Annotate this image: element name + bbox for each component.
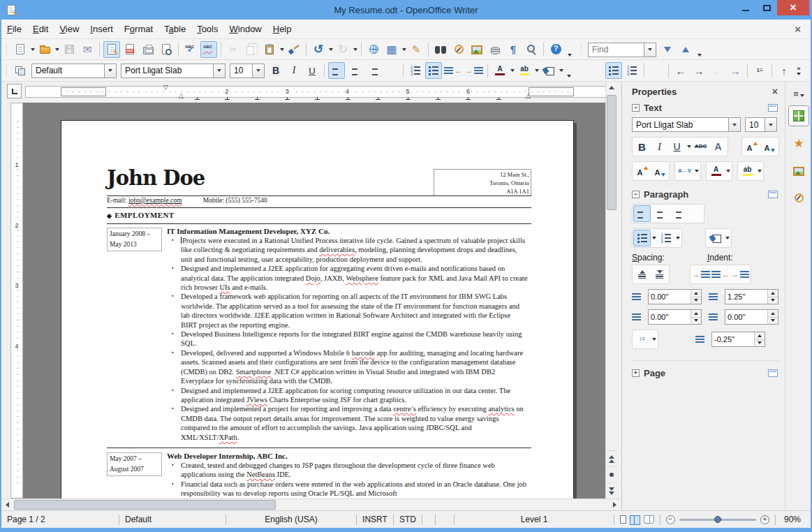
bullet-list-button[interactable] [425, 62, 442, 79]
toolbar-overflow-icon[interactable]: » [793, 66, 804, 75]
underline-dropdown-icon[interactable] [686, 138, 692, 155]
menu-format[interactable]: Format [119, 21, 158, 37]
paste-button[interactable] [261, 41, 278, 58]
numbered-list-button[interactable]: 123 [407, 62, 424, 79]
first-line-indent-field[interactable]: -0.25" [711, 332, 765, 347]
new-document-button[interactable] [12, 41, 29, 58]
print-file-button[interactable] [140, 41, 156, 58]
bullet-list-button[interactable] [605, 62, 622, 79]
align-left-button[interactable] [328, 62, 345, 79]
character-spacing-button[interactable]: A↔V [676, 163, 693, 179]
background-color-dropdown-icon[interactable] [558, 62, 564, 79]
new-document-dropdown-icon[interactable] [29, 41, 36, 58]
decrease-font-size-button[interactable]: A [760, 138, 778, 155]
zoom-out-icon[interactable]: − [666, 515, 675, 524]
highlighting-dropdown-icon[interactable] [756, 163, 762, 179]
multi-page-view-icon[interactable] [630, 515, 640, 524]
numbered-list-button[interactable]: 123 [623, 62, 640, 79]
styles-and-formatting-button[interactable] [12, 62, 29, 79]
bullet-list-button[interactable] [633, 230, 651, 246]
indent-marker[interactable]: △ [179, 93, 184, 99]
toolbar-grip[interactable] [580, 43, 583, 56]
highlighting-button[interactable]: ab [516, 62, 533, 79]
font-color-dropdown-icon[interactable] [725, 163, 731, 179]
demote-one-level-button[interactable]: → [691, 62, 707, 79]
menu-insert[interactable]: Insert [84, 21, 119, 37]
toolbar-overflow-icon[interactable] [695, 41, 704, 58]
maximize-button[interactable] [756, 0, 777, 15]
increase-font-size-button[interactable]: A [743, 138, 760, 155]
zoom-level[interactable]: 90% [776, 515, 806, 524]
numbered-list-dropdown-icon[interactable] [674, 230, 681, 246]
navigator-button[interactable] [450, 41, 467, 58]
font-size-combo[interactable]: 10 [230, 64, 265, 78]
font-name-combo[interactable]: Port Lligat Slab [632, 117, 741, 132]
minimize-button[interactable] [735, 0, 756, 15]
move-up-button[interactable]: ↑ [776, 62, 792, 79]
draw-functions-button[interactable]: ✎ [408, 41, 425, 58]
insert-unnumbered-entry-button[interactable] [648, 62, 665, 79]
tab-navigator[interactable] [788, 187, 809, 208]
next-page-button[interactable] [606, 482, 617, 498]
menu-view[interactable]: View [54, 21, 84, 37]
save-document-button[interactable] [61, 41, 77, 58]
zoom-slider[interactable] [679, 519, 756, 521]
line-spacing-button[interactable]: ↕≡ [633, 331, 651, 348]
vertical-ruler[interactable]: 1234 [10, 103, 23, 498]
open-document-button[interactable] [36, 41, 53, 58]
align-center-button[interactable] [651, 205, 668, 222]
toolbar-overflow-icon[interactable] [564, 62, 574, 79]
edit-file-button[interactable] [103, 41, 120, 58]
demote-with-subpoints-button[interactable]: → [727, 62, 744, 79]
single-page-view-icon[interactable] [620, 515, 626, 524]
align-justify-button[interactable] [686, 205, 703, 222]
menu-file[interactable]: File [1, 21, 27, 37]
paragraph-style-combo[interactable]: Default [31, 64, 117, 78]
scroll-left-button[interactable] [1, 499, 13, 510]
format-paintbrush-button[interactable] [286, 41, 302, 58]
paragraph-background-color-button[interactable] [707, 230, 724, 246]
menu-help[interactable]: Help [267, 21, 297, 37]
menu-table[interactable]: Table [158, 21, 191, 37]
zoom-slider-thumb[interactable] [714, 516, 721, 523]
vertical-scrollbar[interactable] [605, 82, 617, 498]
close-button[interactable]: × [777, 0, 809, 15]
table-dropdown-icon[interactable] [401, 41, 407, 58]
font-size-combo[interactable]: 10 [745, 117, 777, 132]
combo-dropdown-icon[interactable] [104, 64, 116, 77]
export-as-pdf-button[interactable] [121, 41, 138, 58]
find-previous-button[interactable] [677, 41, 694, 58]
combo-dropdown-icon[interactable] [252, 64, 264, 77]
italic-button[interactable]: I [651, 138, 668, 155]
scroll-right-button[interactable] [609, 499, 621, 510]
promote-with-subpoints-button[interactable]: ← [709, 62, 725, 79]
page-dialog-launcher-icon[interactable] [768, 369, 778, 377]
superscript-button[interactable]: A [633, 163, 651, 179]
decrease-indent-button[interactable]: ← [711, 266, 730, 283]
help-button[interactable] [547, 41, 564, 58]
page-style[interactable]: Default [119, 515, 226, 524]
font-color-dropdown-icon[interactable] [509, 62, 515, 79]
character-spacing-dropdown-icon[interactable] [693, 163, 700, 179]
toolbar-overflow-icon[interactable] [565, 41, 575, 58]
panel-close-icon[interactable]: × [772, 86, 778, 97]
menu-window[interactable]: Window [224, 21, 267, 37]
numbered-list-button[interactable]: 123 [657, 230, 674, 246]
paste-dropdown-icon[interactable] [279, 41, 285, 58]
find-next-button[interactable] [659, 41, 676, 58]
document-page[interactable]: John Doe 12 Main St.,Toronto, OntarioA1A… [61, 120, 574, 498]
cut-button[interactable]: ✂ [225, 41, 242, 58]
switch-indent-button[interactable]: → [730, 266, 750, 283]
find-input[interactable]: Find [588, 43, 656, 57]
promote-one-level-button[interactable]: ← [672, 62, 689, 79]
align-justify-button[interactable] [383, 62, 399, 79]
paragraph-dialog-launcher-icon[interactable] [768, 191, 778, 198]
spelling-button[interactable] [182, 41, 199, 58]
horizontal-scrollbar[interactable] [1, 498, 621, 510]
menu-tools[interactable]: Tools [191, 21, 223, 37]
paragraph-background-color-dropdown-icon[interactable] [724, 230, 730, 246]
hyperlink-button[interactable] [365, 41, 382, 58]
expand-page-section-icon[interactable]: + [632, 369, 640, 377]
restart-numbering-button[interactable]: 1≡ [751, 62, 768, 79]
horizontal-scroll-thumb[interactable] [14, 500, 276, 510]
